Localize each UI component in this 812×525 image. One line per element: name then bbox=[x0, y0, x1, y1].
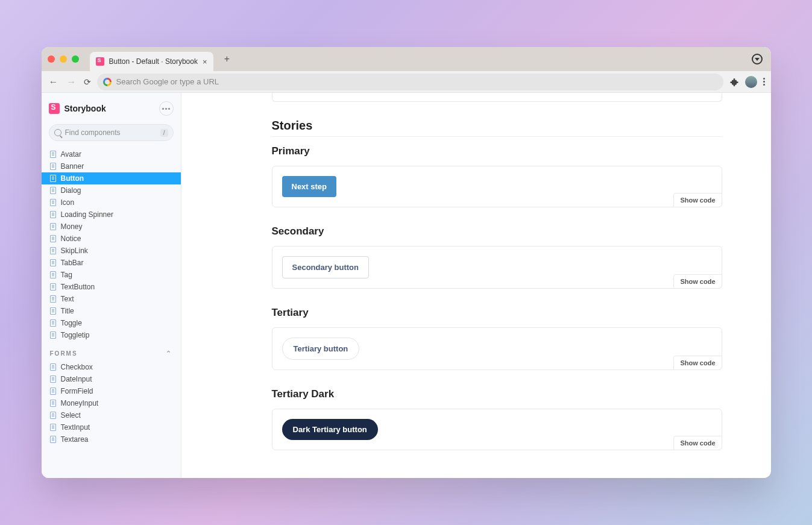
new-tab-button[interactable]: + bbox=[219, 51, 235, 67]
search-input[interactable]: Find components / bbox=[49, 124, 174, 141]
sidebar-group-label: FORMS bbox=[50, 350, 78, 357]
sidebar-item-banner[interactable]: Banner bbox=[42, 160, 181, 172]
sidebar-item-label: Textarea bbox=[61, 435, 89, 444]
sidebar-item-avatar[interactable]: Avatar bbox=[42, 148, 181, 160]
search-icon bbox=[54, 129, 61, 136]
show-code-button[interactable]: Show code bbox=[673, 436, 722, 450]
address-bar[interactable]: Search Google or type a URL bbox=[97, 74, 723, 90]
sidebar-component-list: AvatarBannerButtonDialogIconLoading Spin… bbox=[42, 147, 181, 342]
sidebar-item-loading-spinner[interactable]: Loading Spinner bbox=[42, 209, 181, 221]
sidebar-item-dialog[interactable]: Dialog bbox=[42, 184, 181, 196]
sidebar-item-tabbar[interactable]: TabBar bbox=[42, 257, 181, 269]
sidebar-item-toggletip[interactable]: Toggletip bbox=[42, 329, 181, 341]
sidebar-item-dateinput[interactable]: DateInput bbox=[42, 373, 181, 385]
document-icon bbox=[50, 247, 56, 254]
collapse-icon[interactable]: ⌃ bbox=[166, 350, 172, 357]
forward-button[interactable]: → bbox=[66, 77, 78, 87]
sidebar-item-label: Money bbox=[61, 222, 83, 231]
story-card-tertiary: Tertiary buttonShow code bbox=[272, 327, 722, 370]
browser-tabbar: Button - Default · Storybook × + bbox=[42, 47, 771, 71]
maximize-window-button[interactable] bbox=[72, 55, 79, 63]
sidebar-item-textbutton[interactable]: TextButton bbox=[42, 281, 181, 293]
sidebar-menu-button[interactable] bbox=[159, 101, 174, 116]
show-code-button[interactable]: Show code bbox=[673, 274, 722, 289]
example-tertiary-button[interactable]: Tertiary button bbox=[282, 338, 360, 360]
storybook-app: Storybook Find components / AvatarBanner… bbox=[42, 93, 771, 478]
sidebar-item-text[interactable]: Text bbox=[42, 293, 181, 305]
sidebar-item-skiplink[interactable]: SkipLink bbox=[42, 245, 181, 257]
sidebar-item-textarea[interactable]: Textarea bbox=[42, 433, 181, 445]
sidebar-item-toggle[interactable]: Toggle bbox=[42, 317, 181, 329]
google-icon bbox=[103, 78, 112, 86]
sidebar-forms-list: CheckboxDateInputFormFieldMoneyInputSele… bbox=[42, 360, 181, 447]
omnibox-placeholder: Search Google or type a URL bbox=[116, 77, 219, 86]
sidebar-item-label: Loading Spinner bbox=[61, 210, 113, 219]
document-icon bbox=[50, 223, 56, 230]
story-title-secondary: Secondary bbox=[272, 225, 771, 237]
sidebar-item-label: DateInput bbox=[61, 375, 92, 383]
sidebar-item-label: Toggletip bbox=[61, 331, 90, 339]
close-tab-icon[interactable]: × bbox=[203, 57, 207, 66]
sidebar-item-tag[interactable]: Tag bbox=[42, 269, 181, 281]
sidebar-item-title[interactable]: Title bbox=[42, 305, 181, 317]
story-card-primary: Next stepShow code bbox=[272, 166, 722, 207]
profile-avatar[interactable] bbox=[745, 76, 757, 88]
browser-tab[interactable]: Button - Default · Storybook × bbox=[90, 52, 213, 71]
sidebar-item-button[interactable]: Button bbox=[42, 172, 181, 184]
extensions-icon[interactable] bbox=[729, 77, 739, 87]
docs-canvas: Stories PrimaryNext stepShow codeSeconda… bbox=[181, 93, 771, 478]
sidebar-item-checkbox[interactable]: Checkbox bbox=[42, 361, 181, 373]
show-code-button[interactable]: Show code bbox=[673, 193, 722, 207]
example-dark-button[interactable]: Dark Tertiary button bbox=[282, 419, 378, 440]
sidebar-item-label: TextInput bbox=[61, 423, 90, 432]
sidebar-item-textinput[interactable]: TextInput bbox=[42, 421, 181, 433]
document-icon bbox=[50, 175, 56, 182]
sidebar-item-label: Banner bbox=[61, 162, 84, 171]
sidebar-item-label: TextButton bbox=[61, 283, 95, 291]
document-icon bbox=[50, 259, 56, 266]
sidebar-item-notice[interactable]: Notice bbox=[42, 233, 181, 245]
document-icon bbox=[50, 271, 56, 278]
browser-menu-icon[interactable] bbox=[763, 78, 765, 86]
minimize-window-button[interactable] bbox=[60, 55, 67, 63]
story-card-secondary: Secondary buttonShow code bbox=[272, 246, 722, 289]
document-icon bbox=[50, 332, 56, 339]
sidebar-item-formfield[interactable]: FormField bbox=[42, 385, 181, 397]
sidebar-group-forms[interactable]: FORMS ⌃ bbox=[42, 342, 181, 360]
sidebar-item-label: Button bbox=[61, 174, 84, 183]
document-icon bbox=[50, 412, 56, 419]
reload-button[interactable]: ⟳ bbox=[84, 77, 91, 87]
sidebar-item-moneyinput[interactable]: MoneyInput bbox=[42, 397, 181, 409]
document-icon bbox=[50, 319, 56, 327]
sidebar: Storybook Find components / AvatarBanner… bbox=[42, 93, 181, 478]
section-title: Stories bbox=[272, 119, 722, 137]
document-icon bbox=[50, 436, 56, 443]
document-icon bbox=[50, 295, 56, 303]
document-icon bbox=[50, 211, 56, 218]
document-icon bbox=[50, 187, 56, 194]
example-primary-button[interactable]: Next step bbox=[282, 176, 337, 197]
sidebar-item-label: SkipLink bbox=[61, 247, 88, 255]
tab-title: Button - Default · Storybook bbox=[109, 57, 198, 66]
sidebar-item-money[interactable]: Money bbox=[42, 221, 181, 233]
example-secondary-button[interactable]: Secondary button bbox=[282, 256, 370, 278]
tab-search-icon[interactable] bbox=[752, 54, 763, 64]
sidebar-item-label: Toggle bbox=[61, 319, 82, 327]
story-canvas: Tertiary button bbox=[272, 328, 722, 369]
brand-name: Storybook bbox=[65, 104, 106, 113]
back-button[interactable]: ← bbox=[48, 77, 60, 87]
story-title-tertiary: Tertiary bbox=[272, 307, 771, 319]
story-title-dark: Tertiary Dark bbox=[272, 388, 771, 400]
close-window-button[interactable] bbox=[48, 55, 55, 63]
sidebar-item-label: MoneyInput bbox=[61, 399, 99, 407]
browser-window: Button - Default · Storybook × + ← → ⟳ S… bbox=[42, 47, 771, 478]
show-code-button[interactable]: Show code bbox=[673, 356, 722, 370]
sidebar-item-icon[interactable]: Icon bbox=[42, 196, 181, 209]
sidebar-item-label: Title bbox=[61, 307, 74, 315]
sidebar-item-label: Avatar bbox=[61, 150, 81, 159]
sidebar-item-label: Dialog bbox=[61, 186, 81, 195]
document-icon bbox=[50, 400, 56, 407]
sidebar-item-select[interactable]: Select bbox=[42, 409, 181, 421]
document-icon bbox=[50, 363, 56, 371]
search-shortcut: / bbox=[160, 129, 168, 137]
